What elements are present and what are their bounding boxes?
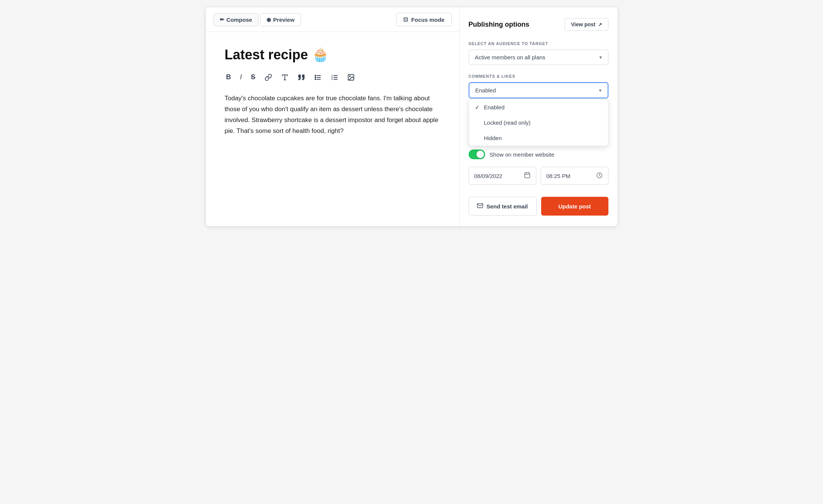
publishing-options-title: Publishing options <box>469 21 530 29</box>
preview-icon: ◉ <box>266 17 271 23</box>
show-member-knob <box>477 151 484 158</box>
focus-mode-button[interactable]: ⊡ Focus mode <box>396 13 451 26</box>
comments-section: Comments & Likes Enabled ▾ ✓ Enabled Loc… <box>469 74 608 98</box>
dropdown-option-enabled: Enabled <box>484 104 505 110</box>
unordered-list-button[interactable] <box>313 72 323 83</box>
date-input[interactable]: 08/09/2022 <box>469 167 536 185</box>
audience-value: Active members on all plans <box>475 54 546 60</box>
sidebar-header: Publishing options View post ↗ <box>469 18 608 31</box>
svg-point-15 <box>349 75 350 77</box>
dropdown-item-enabled[interactable]: ✓ Enabled <box>469 100 608 115</box>
email-icon <box>477 202 483 210</box>
post-body: Today's chocolate cupcakes are for true … <box>225 93 440 137</box>
format-toolbar: B I S 1.2.3. <box>225 72 440 83</box>
time-input[interactable]: 08:25 PM <box>541 167 608 185</box>
external-link-icon: ↗ <box>598 22 602 27</box>
svg-point-6 <box>315 77 316 78</box>
audience-section: Select an audience to target Active memb… <box>469 41 608 65</box>
dropdown-option-hidden: Hidden <box>484 135 502 141</box>
view-post-label: View post <box>571 21 595 27</box>
update-post-button[interactable]: Update post <box>541 197 608 216</box>
comments-section-label: Comments & Likes <box>469 74 608 78</box>
italic-button[interactable]: I <box>239 72 244 83</box>
link-button[interactable] <box>263 72 274 83</box>
quote-button[interactable] <box>296 72 307 83</box>
date-time-row: 08/09/2022 08:25 PM <box>469 167 608 185</box>
editor-toolbar: ✏ Compose ◉ Preview ⊡ Focus mode <box>206 8 459 32</box>
compose-label: Compose <box>227 17 252 23</box>
svg-point-5 <box>315 75 316 76</box>
tab-group: ✏ Compose ◉ Preview <box>213 13 301 26</box>
website-settings-section: Website settings Show on member website … <box>469 141 608 185</box>
strikethrough-button[interactable]: S <box>250 72 257 83</box>
editor-panel: ✏ Compose ◉ Preview ⊡ Focus mode Latest … <box>206 8 460 226</box>
focus-icon: ⊡ <box>403 16 408 23</box>
dropdown-option-locked: Locked (read only) <box>484 119 531 126</box>
show-member-label: Show on member website <box>490 151 555 158</box>
chevron-down-icon: ▾ <box>599 54 602 60</box>
comments-chevron-icon: ▾ <box>599 88 602 93</box>
action-row: Send test email Update post <box>469 197 608 216</box>
comments-select[interactable]: Enabled ▾ <box>469 82 608 98</box>
comments-dropdown-menu: ✓ Enabled Locked (read only) Hidden <box>469 99 608 146</box>
dropdown-item-hidden[interactable]: Hidden <box>469 130 608 146</box>
update-post-label: Update post <box>558 203 591 210</box>
post-title: Latest recipe 🧁 <box>225 47 440 63</box>
preview-tab[interactable]: ◉ Preview <box>260 13 301 26</box>
date-value: 08/09/2022 <box>474 173 502 179</box>
comments-current-value: Enabled <box>475 87 496 94</box>
comments-dropdown-wrapper: Enabled ▾ ✓ Enabled Locked (read only) H… <box>469 82 608 98</box>
editor-content: Latest recipe 🧁 B I S 1.2.3. <box>206 32 459 226</box>
audience-section-label: Select an audience to target <box>469 41 608 46</box>
svg-text:3.: 3. <box>331 78 333 80</box>
svg-rect-16 <box>525 173 530 178</box>
compose-tab[interactable]: ✏ Compose <box>213 13 259 26</box>
bold-button[interactable]: B <box>225 72 233 83</box>
app-container: ✏ Compose ◉ Preview ⊡ Focus mode Latest … <box>206 8 617 226</box>
dropdown-item-locked[interactable]: Locked (read only) <box>469 115 608 130</box>
compose-icon: ✏ <box>220 17 224 23</box>
show-member-row: Show on member website <box>469 149 608 159</box>
check-icon: ✓ <box>475 104 481 110</box>
ordered-list-button[interactable]: 1.2.3. <box>329 72 340 83</box>
time-value: 08:25 PM <box>546 173 570 179</box>
send-test-label: Send test email <box>486 203 528 210</box>
text-size-button[interactable] <box>280 72 290 83</box>
sidebar-panel: Publishing options View post ↗ Select an… <box>460 8 617 226</box>
send-test-email-button[interactable]: Send test email <box>469 197 537 216</box>
show-member-toggle[interactable] <box>469 149 485 159</box>
clock-icon <box>596 172 603 180</box>
view-post-button[interactable]: View post ↗ <box>564 18 608 31</box>
focus-label: Focus mode <box>411 17 444 23</box>
svg-point-7 <box>315 78 316 80</box>
image-button[interactable] <box>346 72 356 83</box>
calendar-icon <box>524 172 531 180</box>
preview-label: Preview <box>273 17 295 23</box>
audience-select[interactable]: Active members on all plans ▾ <box>469 50 608 65</box>
